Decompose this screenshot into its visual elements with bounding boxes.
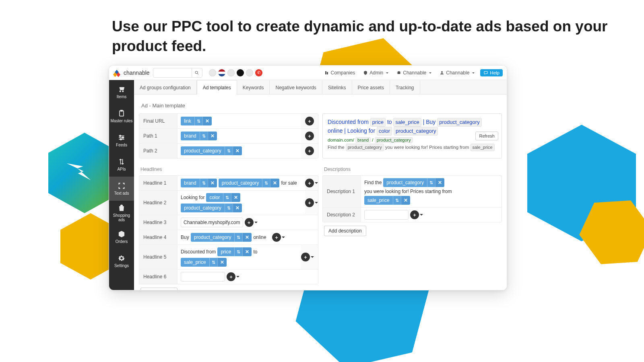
focus-icon: [118, 182, 126, 190]
add-token-button[interactable]: +: [305, 132, 314, 140]
descriptions-section: Descriptions Description 1 Find the prod…: [322, 165, 502, 290]
app-window: channable ✆ Companies Admin Channable: [109, 65, 507, 290]
row-description-1: Description 1 Find the product_category✕…: [323, 176, 502, 208]
row-headline-6: Headline 6 +: [139, 269, 318, 284]
add-description-button[interactable]: Add description: [324, 226, 366, 236]
refresh-button[interactable]: Refresh: [475, 132, 498, 140]
add-token-button[interactable]: +: [305, 117, 314, 125]
token-product-category[interactable]: product_category✕: [219, 179, 280, 187]
description-2-input[interactable]: [364, 210, 409, 220]
locale-dot[interactable]: [209, 69, 216, 76]
token-product-category[interactable]: product_category✕: [181, 146, 242, 155]
global-search[interactable]: [153, 68, 202, 78]
sidebar-item-shopping-ads[interactable]: Shopping ads: [109, 201, 134, 225]
add-token-button[interactable]: +: [305, 146, 314, 155]
cart-icon: [118, 85, 126, 93]
token-brand[interactable]: brand✕: [181, 132, 217, 140]
add-token-button[interactable]: +: [272, 233, 285, 242]
token-remove-icon[interactable]: ✕: [202, 117, 212, 125]
sidebar-item-apis[interactable]: APIs: [109, 152, 134, 177]
tab-bar: Ad groups configuration Ad templates Key…: [134, 80, 507, 95]
phone-icon[interactable]: ✆: [255, 69, 262, 76]
user-menu[interactable]: Channable: [437, 70, 477, 76]
add-headline-button[interactable]: Add headline: [140, 288, 178, 290]
tab-price-assets[interactable]: Price assets: [352, 80, 390, 94]
svg-point-12: [120, 135, 121, 136]
svg-point-6: [441, 71, 443, 73]
row-headline-3: Headline 3 Channable.myshopify.com +: [139, 215, 318, 230]
locale-dot[interactable]: [246, 69, 253, 76]
headlines-section: Headlines Headline 1 brand✕ product_cate…: [139, 165, 318, 290]
token-remove-icon[interactable]: ✕: [233, 146, 242, 155]
sliders-icon: [118, 134, 126, 142]
tab-ad-templates[interactable]: Ad templates: [197, 80, 237, 95]
locale-dot[interactable]: [227, 69, 235, 76]
token-remove-icon[interactable]: ✕: [208, 132, 217, 140]
row-final-url: Final URL link✕ +: [139, 114, 318, 129]
clipboard-icon: [118, 109, 126, 117]
svg-rect-5: [398, 71, 400, 72]
token-product-category[interactable]: product_category✕: [191, 233, 252, 242]
add-token-button[interactable]: +: [305, 198, 318, 207]
org-menu[interactable]: Channable: [394, 70, 434, 76]
locale-dot[interactable]: [237, 69, 244, 76]
add-token-button[interactable]: +: [410, 210, 423, 219]
row-path-2: Path 2 product_category✕ +: [139, 144, 318, 158]
add-token-button[interactable]: +: [245, 218, 258, 227]
token-price[interactable]: price✕: [217, 247, 252, 256]
sidebar: Items Master rules Feeds APIs Text ads S…: [109, 80, 134, 290]
token-brand[interactable]: brand✕: [181, 179, 217, 187]
token-sale-price[interactable]: sale_price✕: [181, 258, 227, 267]
token-color[interactable]: color✕: [206, 193, 240, 202]
help-button[interactable]: Help: [480, 69, 503, 76]
row-path-1: Path 1 brand✕ +: [139, 129, 318, 144]
tab-tracking[interactable]: Tracking: [390, 80, 420, 94]
svg-point-14: [120, 139, 122, 140]
token-sale-price[interactable]: sale_price✕: [364, 196, 410, 205]
add-token-button[interactable]: +: [301, 253, 314, 261]
locale-nl-icon[interactable]: [218, 69, 225, 76]
shopping-bag-icon: [118, 204, 126, 212]
headline-3-input[interactable]: Channable.myshopify.com: [181, 218, 243, 227]
tab-negative-keywords[interactable]: Negative keywords: [270, 80, 322, 94]
sidebar-item-items[interactable]: Items: [109, 80, 134, 104]
tab-ad-groups[interactable]: Ad groups configuration: [134, 80, 197, 94]
sidebar-item-master-rules[interactable]: Master rules: [109, 104, 134, 128]
row-headline-4: Headline 4 Buy product_category✕ online …: [139, 230, 318, 245]
companies-link[interactable]: Companies: [322, 70, 358, 76]
row-headline-1: Headline 1 brand✕ product_category✕ for …: [139, 176, 318, 191]
search-input[interactable]: [153, 69, 192, 76]
admin-menu[interactable]: Admin: [361, 70, 391, 76]
token-link[interactable]: link✕: [181, 117, 212, 125]
sidebar-item-settings[interactable]: Settings: [109, 249, 134, 273]
section-title: Ad - Main template: [134, 95, 507, 113]
preview-url: domain.com/ brand / product_category: [328, 137, 497, 143]
row-headline-5: Headline 5 Discounted from price✕ to sal…: [139, 245, 318, 269]
headline-6-input[interactable]: [181, 272, 225, 282]
gear-icon: [118, 254, 126, 262]
svg-rect-8: [121, 110, 123, 111]
tab-sitelinks[interactable]: Sitelinks: [322, 80, 352, 94]
row-headline-2: Headline 2 Looking for color✕ product_ca…: [139, 191, 318, 215]
add-token-button[interactable]: +: [305, 179, 318, 187]
svg-point-0: [195, 71, 198, 74]
token-product-category[interactable]: product_category✕: [383, 178, 444, 187]
preview-title: Discounted from price to sale_price | Bu…: [328, 118, 497, 136]
sidebar-item-text-ads[interactable]: Text ads: [109, 177, 134, 201]
main-panel: Ad groups configuration Ad templates Key…: [134, 80, 507, 290]
token-product-category[interactable]: product_category✕: [181, 204, 242, 212]
add-token-button[interactable]: +: [227, 272, 239, 281]
box-icon: [118, 230, 126, 238]
svg-rect-2: [325, 71, 326, 74]
app-header: channable ✆ Companies Admin Channable: [109, 66, 507, 80]
svg-rect-3: [327, 72, 328, 74]
tab-keywords[interactable]: Keywords: [237, 80, 270, 94]
sidebar-item-feeds[interactable]: Feeds: [109, 128, 134, 152]
sidebar-item-orders[interactable]: Orders: [109, 225, 134, 249]
brand-name: channable: [124, 70, 150, 76]
locale-selector[interactable]: ✆: [209, 69, 262, 76]
search-icon[interactable]: [192, 68, 202, 77]
arrows-vertical-icon: [118, 158, 126, 166]
svg-line-1: [198, 73, 199, 74]
ad-preview: Refresh Discounted from price to sale_pr…: [322, 113, 502, 158]
